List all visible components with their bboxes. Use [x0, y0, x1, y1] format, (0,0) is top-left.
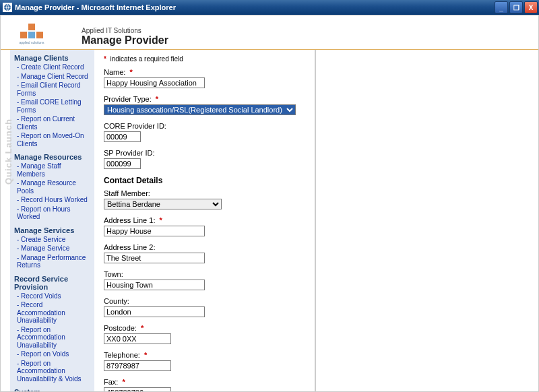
- window-titlebar: Manage Provider - Microsoft Internet Exp…: [0, 0, 539, 15]
- sidebar-item[interactable]: Report on Voids: [17, 350, 90, 358]
- page-scroll[interactable]: applied solutions Applied IT Solutions M…: [1, 15, 538, 391]
- postcode-label: Postcode: *: [104, 324, 308, 332]
- sidebar-item[interactable]: Report on Moved-On Clients: [17, 132, 90, 148]
- sidebar-item[interactable]: Manage Resource Pools: [17, 179, 90, 195]
- window-title: Manage Provider - Microsoft Internet Exp…: [15, 3, 495, 11]
- form-panel: * indicates a required field Name: * Pro…: [94, 50, 315, 391]
- sidebar-item[interactable]: Email CORE Letting Forms: [17, 98, 90, 114]
- town-field[interactable]: [104, 280, 205, 290]
- county-field[interactable]: [104, 306, 205, 317]
- sidebar-item[interactable]: Record Accommodation Unavailability: [17, 301, 90, 325]
- svg-rect-4: [36, 32, 43, 38]
- name-label: Name: *: [104, 68, 308, 76]
- page-title: Manage Provider: [82, 34, 168, 46]
- blank-right-panel: [316, 50, 538, 391]
- sidebar-item[interactable]: Report on Accommodation Unavailability: [17, 326, 90, 350]
- sidebar-item[interactable]: Report on Accommodation Unavailability &…: [17, 360, 90, 383]
- sidebar-item[interactable]: Manage Performance Returns: [17, 254, 90, 269]
- sidebar-heading: System Administration: [14, 388, 90, 391]
- ie-icon: [3, 3, 12, 12]
- core-id-field[interactable]: [104, 131, 141, 142]
- sidebar-item[interactable]: Manage Client Record: [17, 73, 90, 81]
- quick-launch-label: Quick Launch: [3, 119, 13, 185]
- sidebar-item[interactable]: Email Client Record Forms: [17, 81, 90, 97]
- header-subtitle: Applied IT Solutions: [82, 27, 168, 34]
- svg-rect-2: [28, 32, 35, 38]
- staff-select[interactable]: Bettina Berdane: [104, 199, 222, 209]
- sp-id-field[interactable]: [104, 158, 141, 169]
- sidebar-item[interactable]: Create Service: [17, 236, 90, 244]
- svg-text:applied solutions: applied solutions: [19, 40, 44, 44]
- sidebar-item[interactable]: Manage Service: [17, 244, 90, 253]
- addr2-field[interactable]: [104, 253, 205, 263]
- addr2-label: Address Line 2:: [104, 243, 308, 251]
- required-note: * indicates a required field: [104, 55, 308, 63]
- sidebar-heading: Manage Clients: [14, 54, 90, 62]
- sidebar-heading: Manage Resources: [14, 153, 90, 161]
- sp-id-label: SP Provider ID:: [104, 149, 308, 157]
- fax-field[interactable]: [104, 387, 171, 391]
- addr1-label: Address Line 1: *: [104, 216, 308, 224]
- sidebar-item[interactable]: Report on Hours Worked: [17, 205, 90, 221]
- close-button[interactable]: X: [524, 1, 538, 13]
- minimize-button[interactable]: _: [495, 1, 508, 13]
- addr1-field[interactable]: [104, 226, 205, 236]
- brand-logo: applied solutions: [13, 20, 51, 46]
- fax-label: Fax: *: [104, 378, 308, 386]
- contact-section-title: Contact Details: [104, 176, 308, 185]
- sidebar-heading: Manage Services: [14, 226, 90, 234]
- town-label: Town:: [104, 270, 308, 278]
- sidebar-item[interactable]: Create Client Record: [17, 63, 90, 71]
- maximize-button[interactable]: ❐: [509, 1, 523, 13]
- core-id-label: CORE Provider ID:: [104, 122, 308, 130]
- name-field[interactable]: [104, 77, 205, 88]
- sidebar-item[interactable]: Record Hours Worked: [17, 196, 90, 204]
- county-label: County:: [104, 297, 308, 305]
- sidebar-item[interactable]: Report on Current Clients: [17, 115, 90, 131]
- svg-rect-3: [20, 32, 27, 38]
- sidebar-item[interactable]: Record Voids: [17, 292, 90, 300]
- telephone-field[interactable]: [104, 360, 171, 371]
- postcode-field[interactable]: [104, 333, 171, 344]
- provider-type-label: Provider Type: *: [104, 95, 308, 103]
- staff-label: Staff Member:: [104, 189, 308, 197]
- svg-rect-1: [28, 24, 35, 30]
- sidebar-nav: Manage ClientsCreate Client RecordManage…: [10, 50, 94, 391]
- provider-type-select[interactable]: Housing assocation/RSL(Registered Social…: [104, 104, 296, 115]
- page-header: applied solutions Applied IT Solutions M…: [1, 15, 538, 50]
- telephone-label: Telephone: *: [104, 351, 308, 359]
- quick-launch-rail: Quick Launch: [1, 50, 10, 391]
- sidebar-item[interactable]: Manage Staff Members: [17, 162, 90, 178]
- sidebar-heading: Record Service Provision: [14, 275, 90, 291]
